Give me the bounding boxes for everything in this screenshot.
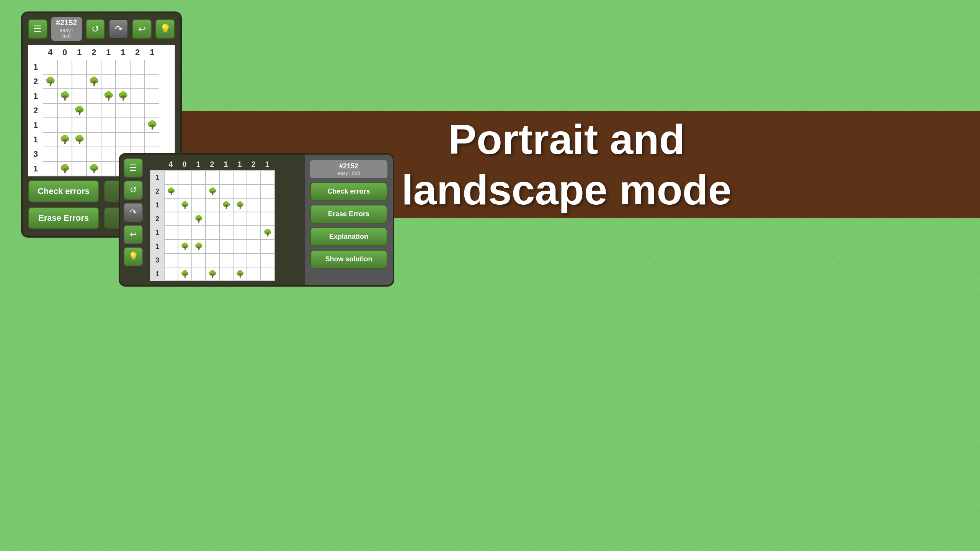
l-cell-0-7[interactable] — [261, 171, 274, 184]
cell-0-0[interactable] — [43, 60, 57, 74]
cell-0-3[interactable] — [87, 60, 101, 74]
cell-5-1[interactable]: 🌳 — [57, 132, 72, 147]
cell-1-3[interactable]: 🌳 — [87, 74, 101, 89]
portrait-refresh-button[interactable]: ↺ — [86, 19, 105, 39]
l-cell-6-7[interactable] — [261, 253, 274, 267]
cell-5-3[interactable] — [87, 132, 101, 147]
l-cell-0-6[interactable] — [247, 171, 261, 184]
l-cell-4-1[interactable] — [178, 226, 192, 240]
portrait-forward-button[interactable]: ↷ — [109, 19, 128, 39]
l-cell-0-2[interactable] — [192, 171, 206, 184]
cell-2-2[interactable] — [72, 89, 87, 103]
l-cell-2-5[interactable]: 🌳 — [233, 198, 247, 212]
landscape-refresh-button[interactable]: ↺ — [124, 181, 143, 200]
cell-7-3[interactable]: 🌳 — [87, 161, 101, 176]
landscape-forward-button[interactable]: ↷ — [124, 203, 143, 222]
l-cell-6-6[interactable] — [247, 253, 261, 267]
landscape-undo-button[interactable]: ↩ — [124, 225, 143, 244]
cell-5-7[interactable] — [145, 132, 159, 147]
l-cell-6-0[interactable] — [164, 253, 178, 267]
cell-2-0[interactable] — [43, 89, 57, 103]
cell-5-5[interactable] — [116, 132, 130, 147]
l-cell-7-4[interactable] — [219, 267, 233, 281]
l-cell-1-5[interactable] — [233, 184, 247, 198]
l-cell-4-5[interactable] — [233, 226, 247, 240]
cell-4-6[interactable] — [130, 118, 145, 132]
cell-3-7[interactable] — [145, 103, 159, 118]
l-cell-4-6[interactable] — [247, 226, 261, 240]
cell-6-2[interactable] — [72, 147, 87, 161]
cell-3-0[interactable] — [43, 103, 57, 118]
portrait-check-errors-button[interactable]: Check errors — [28, 180, 99, 202]
l-cell-7-6[interactable] — [247, 267, 261, 281]
landscape-explanation-button[interactable]: Explanation — [310, 227, 387, 246]
l-cell-1-2[interactable] — [192, 184, 206, 198]
l-cell-2-6[interactable] — [247, 198, 261, 212]
l-cell-7-1[interactable]: 🌳 — [178, 267, 192, 281]
cell-6-0[interactable] — [43, 147, 57, 161]
l-cell-2-3[interactable] — [206, 198, 219, 212]
l-cell-3-5[interactable] — [233, 212, 247, 226]
cell-6-3[interactable] — [87, 147, 101, 161]
cell-6-1[interactable] — [57, 147, 72, 161]
l-cell-1-3[interactable]: 🌳 — [206, 184, 219, 198]
cell-3-5[interactable] — [116, 103, 130, 118]
l-cell-4-4[interactable] — [219, 226, 233, 240]
landscape-check-errors-button[interactable]: Check errors — [310, 182, 387, 201]
l-cell-0-3[interactable] — [206, 171, 219, 184]
l-cell-7-0[interactable] — [164, 267, 178, 281]
l-cell-7-2[interactable] — [192, 267, 206, 281]
cell-0-2[interactable] — [72, 60, 87, 74]
l-cell-7-3[interactable]: 🌳 — [206, 267, 219, 281]
cell-7-1[interactable]: 🌳 — [57, 161, 72, 176]
l-cell-6-3[interactable] — [206, 253, 219, 267]
cell-3-4[interactable] — [101, 103, 116, 118]
cell-5-6[interactable] — [130, 132, 145, 147]
cell-5-0[interactable] — [43, 132, 57, 147]
cell-7-0[interactable] — [43, 161, 57, 176]
l-cell-2-7[interactable] — [261, 198, 274, 212]
l-cell-3-7[interactable] — [261, 212, 274, 226]
cell-3-6[interactable] — [130, 103, 145, 118]
l-cell-3-6[interactable] — [247, 212, 261, 226]
l-cell-2-0[interactable] — [164, 198, 178, 212]
cell-3-3[interactable] — [87, 103, 101, 118]
cell-2-6[interactable] — [130, 89, 145, 103]
portrait-undo-button[interactable]: ↩ — [132, 19, 152, 39]
portrait-erase-errors-button[interactable]: Erase Errors — [28, 207, 99, 229]
cell-7-4[interactable] — [101, 161, 116, 176]
landscape-show-solution-button[interactable]: Show solution — [310, 250, 387, 269]
l-cell-3-1[interactable] — [178, 212, 192, 226]
l-cell-5-7[interactable] — [261, 240, 274, 253]
cell-2-1[interactable]: 🌳 — [57, 89, 72, 103]
cell-4-3[interactable] — [87, 118, 101, 132]
l-cell-3-3[interactable] — [206, 212, 219, 226]
l-cell-4-7[interactable]: 🌳 — [261, 226, 274, 240]
cell-6-4[interactable] — [101, 147, 116, 161]
cell-1-2[interactable] — [72, 74, 87, 89]
portrait-menu-button[interactable]: ☰ — [28, 19, 47, 39]
l-cell-4-2[interactable] — [192, 226, 206, 240]
l-cell-1-6[interactable] — [247, 184, 261, 198]
cell-2-7[interactable] — [145, 89, 159, 103]
l-cell-4-3[interactable] — [206, 226, 219, 240]
cell-0-1[interactable] — [57, 60, 72, 74]
l-cell-1-1[interactable] — [178, 184, 192, 198]
cell-4-1[interactable] — [57, 118, 72, 132]
cell-1-1[interactable] — [57, 74, 72, 89]
l-cell-5-0[interactable] — [164, 240, 178, 253]
l-cell-3-4[interactable] — [219, 212, 233, 226]
landscape-hint-button[interactable]: 💡 — [124, 247, 143, 266]
l-cell-5-4[interactable] — [219, 240, 233, 253]
l-cell-5-3[interactable] — [206, 240, 219, 253]
cell-0-5[interactable] — [116, 60, 130, 74]
cell-2-3[interactable] — [87, 89, 101, 103]
l-cell-6-2[interactable] — [192, 253, 206, 267]
l-cell-5-5[interactable] — [233, 240, 247, 253]
cell-0-6[interactable] — [130, 60, 145, 74]
l-cell-5-6[interactable] — [247, 240, 261, 253]
cell-7-2[interactable] — [72, 161, 87, 176]
cell-5-4[interactable] — [101, 132, 116, 147]
l-cell-5-1[interactable]: 🌳 — [178, 240, 192, 253]
l-cell-0-1[interactable] — [178, 171, 192, 184]
